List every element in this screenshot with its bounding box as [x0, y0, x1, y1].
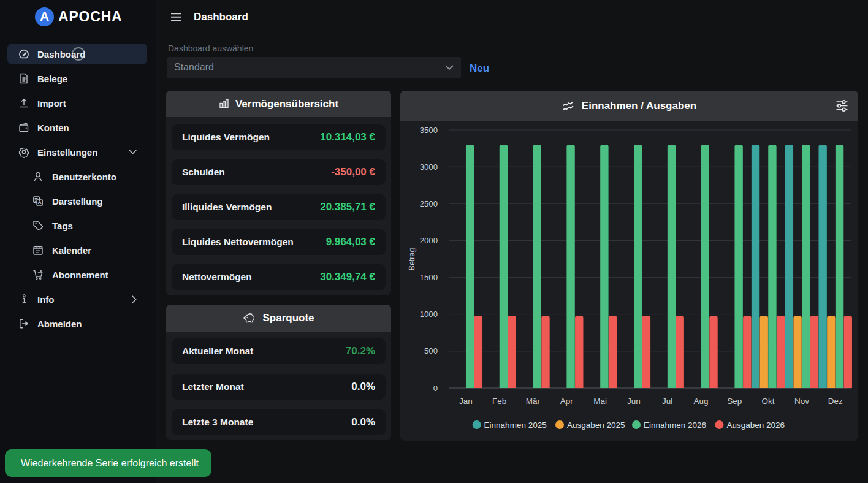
svg-text:Apr: Apr — [560, 397, 574, 406]
svg-text:2500: 2500 — [420, 199, 438, 208]
svg-text:A: A — [38, 199, 42, 205]
svg-text:Mär: Mär — [526, 397, 541, 406]
svg-text:3500: 3500 — [420, 126, 438, 135]
svg-text:Sep: Sep — [727, 397, 742, 406]
svg-text:3000: 3000 — [420, 162, 438, 172]
svg-text:Mai: Mai — [593, 397, 607, 406]
svg-text:Dez: Dez — [828, 397, 843, 406]
svg-text:Einnahmen 2026: Einnahmen 2026 — [644, 420, 706, 430]
svg-text:Ausgaben 2025: Ausgaben 2025 — [567, 420, 625, 430]
svg-text:Einnahmen 2025: Einnahmen 2025 — [484, 420, 547, 430]
svg-text:Jan: Jan — [459, 397, 473, 406]
svg-text:1000: 1000 — [420, 310, 438, 319]
svg-text:Jun: Jun — [627, 397, 641, 406]
svg-text:0: 0 — [433, 384, 438, 393]
svg-text:2000: 2000 — [420, 236, 438, 245]
svg-text:Jul: Jul — [662, 397, 672, 406]
svg-text:Aug: Aug — [693, 397, 708, 406]
svg-text:1500: 1500 — [420, 273, 438, 282]
svg-text:Okt: Okt — [762, 397, 775, 406]
svg-text:Feb: Feb — [492, 397, 506, 406]
svg-text:500: 500 — [424, 346, 438, 356]
svg-text:Nov: Nov — [794, 397, 809, 406]
svg-text:Betrag: Betrag — [408, 248, 416, 271]
svg-text:Ausgaben 2026: Ausgaben 2026 — [727, 420, 785, 430]
